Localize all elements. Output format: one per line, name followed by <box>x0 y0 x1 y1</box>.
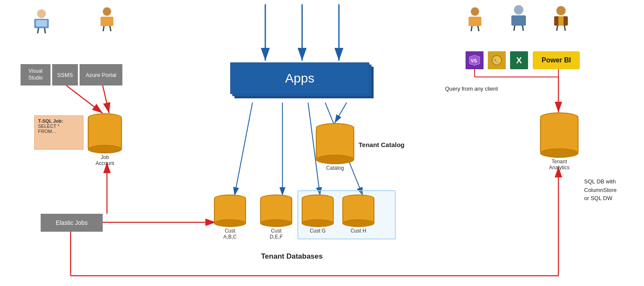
svg-rect-25 <box>36 20 47 27</box>
svg-rect-33 <box>469 17 481 26</box>
svg-line-31 <box>110 26 111 31</box>
elastic-jobs-label: Elastic Jobs <box>56 219 88 226</box>
svg-line-5 <box>103 86 109 113</box>
apps-layer-front: Apps <box>230 62 369 94</box>
svg-line-43 <box>557 26 558 31</box>
svg-point-40 <box>556 6 566 15</box>
tenant-analytics-label: TenantAnalytics <box>549 159 570 171</box>
diagram-container: VisualStudio SSMS Azure Portal T-SQL Job… <box>0 0 644 286</box>
svg-point-23 <box>37 9 46 18</box>
catalog-cylinder: Catalog <box>316 123 354 171</box>
tenant-catalog-label: Tenant Catalog <box>359 141 404 148</box>
svg-line-38 <box>514 26 515 31</box>
cyl-bot-g <box>302 219 334 227</box>
cyl-mid-job <box>88 118 122 148</box>
power-bi-label: Power BI <box>542 56 571 64</box>
cyl-bot-def <box>260 219 292 227</box>
svg-rect-42 <box>558 16 564 26</box>
svg-rect-37 <box>511 15 526 26</box>
svg-text:VS: VS <box>471 58 477 63</box>
ssms-box: SSMS <box>52 64 78 86</box>
tsql-title: T-SQL Job: <box>38 118 63 124</box>
vs-tool-icon: VS <box>466 51 484 69</box>
sql-db-label: SQL DB withColumnStoreor SQL DW <box>584 177 617 203</box>
tsql-line2: FROM... <box>38 129 56 134</box>
person-dev2 <box>96 6 118 32</box>
power-bi-tool-icon: Power BI <box>533 51 580 69</box>
cust-abc-label: CustA,B,C <box>223 228 237 240</box>
cyl-mid-catalog <box>316 129 354 158</box>
svg-line-39 <box>522 26 523 31</box>
cust-def-label: CustD,E,F <box>270 228 283 240</box>
svg-line-34 <box>471 26 472 31</box>
apps-stack: Apps <box>230 62 374 103</box>
svg-line-26 <box>38 28 39 33</box>
svg-text:🔧: 🔧 <box>493 58 499 64</box>
person-analyst3 <box>550 5 572 32</box>
ssdt-tool-icon: 🔧 <box>488 51 506 69</box>
job-account-cylinder: JobAccount <box>88 113 122 166</box>
cyl-bot-h <box>342 219 374 227</box>
cust-abc-cylinder: CustA,B,C <box>214 195 246 240</box>
tsql-line1: SELECT * <box>38 124 59 129</box>
excel-tool-icon: X <box>510 51 528 69</box>
person-analyst2 <box>507 4 531 32</box>
apps-label: Apps <box>285 71 314 86</box>
azure-portal-box: Azure Portal <box>80 64 122 86</box>
cust-g-cylinder: Cust G <box>302 195 334 234</box>
job-account-label: JobAccount <box>95 154 114 166</box>
cust-h-label: Cust H <box>350 228 366 234</box>
svg-line-14 <box>234 103 252 196</box>
person-analyst1 <box>464 6 486 32</box>
cyl-bot-abc <box>214 219 246 227</box>
cyl-bot-analytics <box>540 148 579 158</box>
query-label: Query from any client <box>445 86 498 92</box>
svg-line-27 <box>45 28 45 33</box>
elastic-jobs-box: Elastic Jobs <box>41 214 103 232</box>
person-dev1 <box>31 9 52 34</box>
svg-line-30 <box>103 26 104 31</box>
cyl-mid-analytics <box>540 118 579 152</box>
tsql-job-box: T-SQL Job: SELECT * FROM... <box>34 115 83 150</box>
cust-g-label: Cust G <box>310 228 326 234</box>
cyl-bot-catalog <box>316 155 354 164</box>
cyl-bot-job <box>88 145 122 153</box>
svg-rect-29 <box>101 17 113 26</box>
tenant-analytics-cylinder: TenantAnalytics <box>540 112 579 171</box>
catalog-label: Catalog <box>326 165 344 171</box>
svg-point-32 <box>471 7 479 16</box>
svg-line-35 <box>478 26 479 31</box>
cust-h-cylinder: Cust H <box>342 195 374 234</box>
cust-def-cylinder: CustD,E,F <box>260 195 292 240</box>
svg-point-36 <box>514 5 523 15</box>
excel-label: X <box>516 56 522 65</box>
tenant-databases-label: Tenant Databases <box>261 252 323 261</box>
svg-line-44 <box>564 26 565 31</box>
visual-studio-box: VisualStudio <box>21 64 50 86</box>
svg-point-28 <box>103 7 111 16</box>
svg-line-18 <box>335 103 347 123</box>
svg-line-4 <box>66 86 103 113</box>
